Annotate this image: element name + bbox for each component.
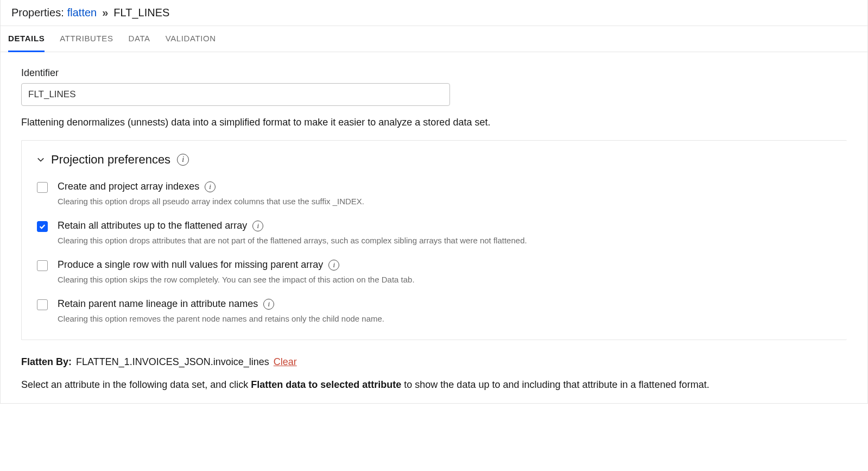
preferences-title: Projection preferences — [51, 153, 170, 167]
info-icon[interactable]: i — [177, 154, 189, 166]
breadcrumb-prefix: Properties: — [11, 7, 64, 19]
option-desc: Clearing this option drops attributes th… — [58, 235, 832, 246]
preferences-header[interactable]: Projection preferences i — [37, 153, 832, 167]
info-icon[interactable]: i — [328, 260, 339, 271]
tab-data[interactable]: DATA — [129, 26, 150, 52]
info-icon[interactable]: i — [205, 181, 216, 192]
identifier-label: Identifier — [21, 67, 847, 79]
properties-panel: Properties: flatten » FLT_LINES DETAILS … — [0, 0, 868, 404]
option-label: Produce a single row with null values fo… — [58, 259, 323, 271]
flatten-by-label: Flatten By: — [21, 356, 72, 368]
info-icon[interactable]: i — [252, 221, 263, 231]
chevron-down-icon — [37, 156, 45, 164]
projection-preferences-panel: Projection preferences i Create and proj… — [21, 140, 847, 340]
tab-attributes[interactable]: ATTRIBUTES — [60, 26, 113, 52]
option-label: Retain parent name lineage in attribute … — [58, 298, 258, 310]
checkbox-create-project-indexes[interactable] — [37, 182, 48, 193]
tab-details[interactable]: DETAILS — [8, 26, 45, 52]
flatten-by-path: FLATTEN_1.INVOICES_JSON.invoice_lines — [76, 356, 269, 368]
breadcrumb-current: FLT_LINES — [113, 7, 169, 19]
flatten-by-row: Flatten By: FLATTEN_1.INVOICES_JSON.invo… — [21, 356, 847, 368]
option-label: Create and project array indexes — [58, 181, 199, 192]
option-desc: Clearing this option drops all pseudo ar… — [58, 196, 832, 207]
option-desc: Clearing this option removes the parent … — [58, 313, 832, 324]
checkbox-retain-lineage[interactable] — [37, 299, 48, 310]
option-desc: Clearing this option skips the row compl… — [58, 274, 832, 285]
option-retain-lineage: Retain parent name lineage in attribute … — [37, 298, 832, 324]
option-retain-attributes: Retain all attributes up to the flattene… — [37, 220, 832, 246]
tab-validation[interactable]: VALIDATION — [166, 26, 216, 52]
breadcrumb: Properties: flatten » FLT_LINES — [1, 0, 867, 26]
details-content: Identifier Flattening denormalizes (unne… — [1, 52, 867, 403]
tabs: DETAILS ATTRIBUTES DATA VALIDATION — [1, 26, 867, 52]
option-create-project-indexes: Create and project array indexes i Clear… — [37, 181, 832, 207]
info-icon[interactable]: i — [263, 299, 274, 310]
checkbox-single-row-null[interactable] — [37, 260, 48, 271]
identifier-input[interactable] — [21, 83, 450, 106]
option-label: Retain all attributes up to the flattene… — [58, 220, 247, 231]
breadcrumb-separator: » — [102, 7, 108, 19]
breadcrumb-link-flatten[interactable]: flatten — [67, 7, 97, 19]
checkbox-retain-attributes[interactable] — [37, 221, 48, 232]
clear-link[interactable]: Clear — [274, 356, 297, 368]
instruction-text: Select an attribute in the following dat… — [21, 378, 847, 392]
option-single-row-null: Produce a single row with null values fo… — [37, 259, 832, 285]
flatten-description: Flattening denormalizes (unnests) data i… — [21, 116, 847, 129]
